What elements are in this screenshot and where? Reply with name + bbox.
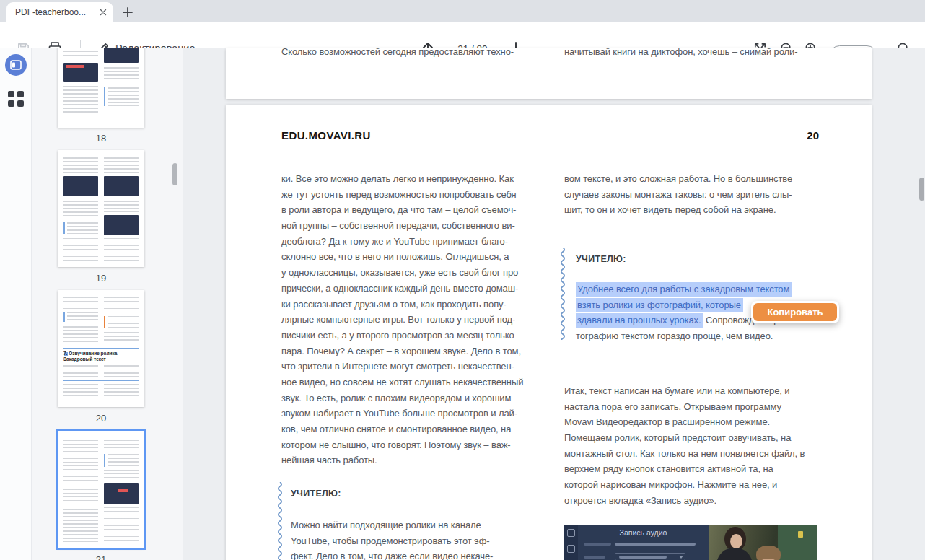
text-line: звуком набирает в YouTube больше просмот… [281, 406, 523, 421]
text-line: монтажный стол. Как только на нем появля… [564, 446, 805, 462]
text-line: Movavi Видеоредактор в расширенном режим… [564, 414, 805, 430]
text-line: ной группы – собственной передачи, собст… [281, 218, 523, 234]
selected-text: взять ролики из фотографий, которые [576, 298, 743, 312]
thumbnail-page-19[interactable] [58, 150, 144, 267]
figure-classroom-photo [709, 525, 817, 560]
screen: { "browser": { "tab_title": "PDF-teacher… [0, 0, 925, 560]
text-line: нейшая часть работы. [281, 452, 523, 468]
text-line: лярные компьютерные игры. Вот только у п… [281, 312, 523, 328]
figure-value-bar [615, 543, 696, 546]
text-line: ков, чем отлично снятое и смонтированное… [281, 421, 523, 437]
right-column-paragraph: Итак, текст написан на бумаге или на ком… [564, 383, 805, 509]
teacher-note-label: УЧИТЕЛЮ: [291, 489, 341, 499]
note [798, 531, 803, 538]
text-line: YouTube, чтобы продемонстрировать этот э… [291, 533, 493, 549]
figure-label-bar [584, 543, 611, 546]
page-header-number: 20 [807, 129, 819, 141]
thumbnails-scrollbar[interactable] [172, 163, 177, 185]
selected-text: здавали на прошлых уроках. [576, 313, 703, 328]
teacher-note-text: Можно найти подходящие ролики на каналеY… [291, 517, 493, 560]
text-line: что зрители в Интернете могут смотреть н… [281, 359, 523, 375]
text-line: пара. Почему? А секрет – в хорошем звуке… [281, 344, 523, 359]
figure-audio-recording-screenshot: Запись аудио [564, 525, 817, 560]
thumbnail-heading: 7. Озвучивание ролика [63, 351, 117, 356]
thumbnails-panel: 18 19 7. Озвучивание ролика Закадровый т… [32, 48, 183, 560]
text-line: случаев законы монтажа таковы: о чем зри… [564, 187, 792, 203]
text-line: тографию текстом гораздо проще, чем виде… [576, 328, 792, 344]
thumbnails-panel-toggle-button[interactable] [5, 54, 27, 76]
copy-button-label: Копировать [767, 307, 823, 318]
text-line: вом тексте, и это сложная работа. Но в б… [564, 171, 792, 187]
text-line: настала пора его записать. Открываем про… [564, 399, 805, 415]
browser-tab[interactable]: PDF-teacherboo... [6, 2, 113, 22]
browser-tab-bar: PDF-teacherboo... [0, 0, 925, 22]
copy-button[interactable]: Копировать [753, 303, 837, 321]
text-line: ки. Все это можно делать легко и неприну… [281, 171, 523, 187]
teacher-note-label: УЧИТЕЛЮ: [576, 254, 626, 264]
text-line: прически, а одноклассник каждый день вме… [281, 281, 523, 297]
teacher-note-squiggle [559, 248, 566, 340]
thumbnail-page-number: 19 [58, 273, 144, 284]
chalkboard [778, 525, 817, 560]
left-column-paragraph: ки. Все это можно делать легко и неприну… [281, 171, 523, 468]
teacher-face [730, 534, 742, 548]
teacher-body [716, 548, 753, 560]
figure-dropdown-caret [679, 556, 683, 559]
document-viewport: Сколько возможностей сегодня предоставля… [183, 48, 925, 560]
right-column-paragraph: вом тексте, и это сложная работа. Но в б… [564, 171, 792, 218]
new-tab-button[interactable] [120, 4, 136, 20]
pdf-page-19-sliver: Сколько возможностей сегодня предоставля… [226, 48, 872, 99]
tab-title: PDF-teacherboo... [15, 7, 99, 17]
text-line: деоблога? Да к тому же и YouTube принима… [281, 234, 523, 250]
teacher-note-squiggle [276, 482, 284, 560]
viewer-left-rail [0, 48, 32, 560]
figure-panel-title: Запись аудио [578, 528, 709, 537]
copy-popup: Копировать [751, 301, 839, 323]
text-line: начитывай книги на диктофон, хочешь – сн… [564, 44, 797, 60]
text-line: верхнем ряду кнопок становится активной … [564, 461, 805, 477]
thumbnail-page-18[interactable] [58, 48, 144, 128]
figure-label-bar [584, 556, 605, 559]
text-line: склонно все, что в него ни положишь. Огл… [281, 249, 523, 265]
text-line: котором не слышно, что говорят. Поэтому … [281, 437, 523, 453]
text-line: звук. То есть, ролик с плохим видеорядом… [281, 390, 523, 406]
figure-editor-panel: Запись аудио [564, 525, 709, 560]
student-hair [756, 546, 781, 560]
text-line: Помещаем ролик, который предстоит озвучи… [564, 430, 805, 446]
text-line: ное видео, но совсем не хотят слушать не… [281, 375, 523, 390]
text-line: в роли автора и ведущего, да что там – ц… [281, 202, 523, 218]
figure-tool-icons [564, 525, 578, 560]
thumbnail-page-21-selected[interactable] [58, 431, 144, 548]
thumbnail-page-number: 21 [58, 554, 144, 560]
text-line: Сколько возможностей сегодня предоставля… [281, 44, 514, 60]
grid-view-button[interactable] [8, 91, 24, 107]
text-line: у одноклассницы, оказывается, уже есть с… [281, 265, 523, 281]
text-line: Итак, текст написан на бумаге или на ком… [564, 383, 805, 399]
text-line: откроется вкладка «Запись аудио». [564, 493, 805, 509]
thumbnail-page-number: 20 [58, 413, 144, 424]
figure-dropdown [615, 553, 685, 560]
text-line: Можно найти подходящие ролики на канале [291, 517, 493, 533]
thumbnail-page-20[interactable]: 7. Озвучивание ролика Закадровый текст [58, 290, 144, 407]
thumbnail-page-number: 18 [58, 133, 144, 144]
side-panel-icon [10, 60, 22, 70]
text-line: фект. Дело в том, что даже если видео не… [291, 548, 493, 560]
selected-text: Удобнее всего для работы с закадровым те… [576, 282, 792, 297]
text-line: которой нарисован микрофон. Нажмите на н… [564, 477, 805, 493]
text-line: ки рассказывает друзьям о том, как прохо… [281, 297, 523, 312]
tab-close-icon[interactable] [99, 8, 108, 17]
page-header-site: EDU.MOVAVI.RU [281, 129, 371, 141]
document-scrollbar[interactable] [919, 178, 924, 201]
text-line: писчики есть, а у второго просмотров за … [281, 328, 523, 344]
pdf-page-20: EDU.MOVAVI.RU 20 ки. Все это можно делат… [226, 105, 872, 560]
thumbnail-heading: Закадровый текст [63, 356, 106, 362]
text-line: шит, то он и хочет видеть перед собой на… [564, 202, 792, 218]
plus-icon [122, 6, 133, 18]
text-line: же тут устоять перед возможностью попроб… [281, 187, 523, 203]
